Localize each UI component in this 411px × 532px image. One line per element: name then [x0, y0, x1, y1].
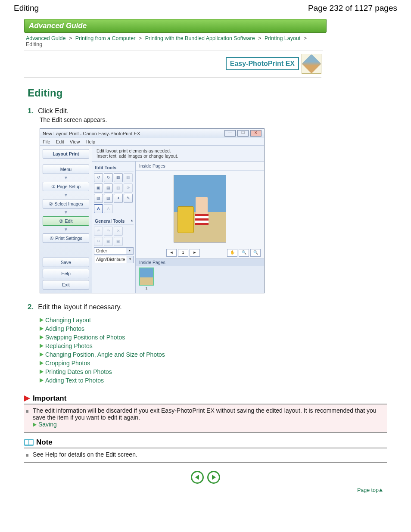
redo-icon[interactable]: ↷ [104, 227, 113, 236]
tool-icon[interactable]: ▦ [124, 173, 133, 182]
tool-icon[interactable]: ✎ [124, 194, 133, 203]
edit-tools-header: Edit Tools [95, 165, 116, 170]
thumbnail-tray-header: Inside Pages [136, 259, 264, 266]
tool-icon[interactable]: A [104, 204, 113, 213]
breadcrumb-printing-layout[interactable]: Printing Layout [265, 35, 300, 41]
page-indicator: Page 232 of 1127 pages [308, 3, 397, 13]
prev-page-button[interactable]: ◄ [166, 249, 177, 257]
brand-logo-icon [302, 54, 321, 74]
link-saving[interactable]: Saving [38, 421, 57, 428]
tool-icon[interactable]: ↺ [94, 173, 103, 182]
tool-icon[interactable]: ▣ [94, 184, 103, 193]
brand-label: Easy-PhotoPrint EX [226, 57, 299, 70]
tool-icon[interactable]: ▧ [94, 194, 103, 203]
mode-button[interactable]: Layout Print [43, 149, 89, 159]
breadcrumb-bundled-app-software[interactable]: Printing with the Bundled Application So… [145, 35, 255, 41]
square-bullet-icon [26, 454, 28, 457]
breadcrumb-advanced-guide[interactable]: Advanced Guide [26, 35, 65, 41]
breadcrumb: Advanced Guide > Printing from a Compute… [24, 33, 323, 50]
menu-button[interactable]: Menu [43, 165, 89, 174]
undo-icon[interactable]: ↶ [94, 227, 103, 236]
page-number: 1 [178, 249, 188, 257]
arrow-bullet-icon [40, 370, 44, 374]
app-menubar: File Edit View Help [40, 138, 264, 146]
tool-icon[interactable]: ✂ [94, 237, 103, 246]
close-button[interactable]: ✕ [250, 130, 262, 137]
note-marker-icon [24, 439, 34, 446]
breadcrumb-printing-from-computer[interactable]: Printing from a Computer [75, 35, 136, 41]
guide-banner: Advanced Guide [24, 19, 327, 33]
arrow-bullet-icon [40, 335, 44, 339]
arrow-down-icon: ▼ [43, 227, 89, 232]
hand-tool-icon[interactable]: ✋ [227, 249, 237, 257]
arrow-bullet-icon [40, 361, 44, 365]
arrow-bullet-icon [40, 327, 44, 331]
next-page-nav[interactable] [207, 471, 220, 484]
maximize-button[interactable]: ☐ [237, 130, 249, 137]
collapse-icon[interactable]: ▴ [131, 218, 133, 224]
dropdown-arrow-icon[interactable]: ▾ [127, 256, 134, 263]
prev-page-nav[interactable] [191, 471, 204, 484]
step-2-heading: Edit the layout if necessary. [38, 303, 121, 311]
step-select-images-button[interactable]: ② Select Images [43, 199, 89, 208]
link-changing-position-angle-size[interactable]: Changing Position, Angle and Size of Pho… [45, 351, 165, 358]
tool-icon[interactable]: ⟳ [124, 184, 133, 193]
page-top-link[interactable]: Page top [357, 487, 383, 493]
link-cropping-photos[interactable]: Cropping Photos [45, 360, 90, 367]
link-replacing-photos[interactable]: Replacing Photos [45, 342, 93, 349]
exit-button[interactable]: Exit [43, 280, 89, 289]
general-tools-header: General Tools [95, 218, 125, 224]
next-page-button[interactable]: ► [190, 249, 200, 257]
breadcrumb-current: Editing [26, 41, 42, 47]
tool-icon[interactable]: ▣ [104, 237, 113, 246]
step-1-heading: Click Edit. [38, 107, 68, 115]
dropdown-arrow-icon[interactable]: ▾ [126, 247, 134, 255]
align-dropdown[interactable]: Align/Distribute [94, 256, 127, 263]
tool-palette: Edit Tools ↺ ↻ ▦ ▦ ▣ [92, 162, 136, 293]
tool-icon[interactable]: ▥ [114, 184, 123, 193]
page-thumbnail[interactable] [139, 268, 154, 286]
page-title: Editing [28, 87, 387, 99]
delete-icon[interactable]: ✕ [114, 227, 123, 236]
layout-photo[interactable] [174, 175, 226, 243]
menu-file[interactable]: File [43, 139, 50, 144]
tool-icon[interactable]: ▨ [104, 194, 113, 203]
step-1-subtext: The Edit screen appears. [40, 116, 387, 123]
step-edit-button[interactable]: ③ Edit [43, 216, 89, 226]
canvas-area[interactable] [136, 171, 264, 247]
note-text: See Help for details on the Edit screen. [33, 451, 137, 458]
arrow-bullet-icon [40, 344, 44, 348]
link-adding-text[interactable]: Adding Text to Photos [45, 377, 104, 384]
up-caret-icon [379, 488, 383, 492]
tool-icon[interactable]: ↻ [104, 173, 113, 182]
help-button[interactable]: Help [43, 269, 89, 278]
app-title: New Layout Print - Canon Easy-PhotoPrint… [43, 131, 140, 136]
tool-icon[interactable]: ▣ [114, 237, 123, 246]
thumbnail-label: 1 [139, 286, 154, 290]
link-changing-layout[interactable]: Changing Layout [45, 317, 91, 324]
link-adding-photos[interactable]: Adding Photos [45, 325, 84, 332]
step-print-settings-button[interactable]: ④ Print Settings [43, 233, 89, 243]
important-header: Important [33, 394, 66, 403]
tool-icon[interactable]: ▦ [114, 173, 123, 182]
menu-view[interactable]: View [70, 139, 80, 144]
edit-links-list: Changing Layout Adding Photos Swapping P… [40, 316, 387, 385]
arrow-down-icon: ▼ [43, 210, 89, 215]
link-printing-dates[interactable]: Printing Dates on Photos [45, 368, 112, 375]
zoom-in-icon[interactable]: 🔍 [239, 249, 249, 257]
order-dropdown[interactable]: Order [94, 247, 126, 255]
menu-edit[interactable]: Edit [56, 139, 64, 144]
important-marker-icon [24, 395, 30, 401]
left-panel: Layout Print Menu ▼ ① Page Setup ▼ ② Sel… [40, 146, 92, 293]
step-page-setup-button[interactable]: ① Page Setup [43, 182, 89, 191]
app-window: New Layout Print - Canon Easy-PhotoPrint… [40, 128, 265, 293]
menu-help[interactable]: Help [86, 139, 96, 144]
zoom-out-icon[interactable]: 🔍 [250, 249, 261, 257]
tool-icon[interactable]: ✦ [114, 194, 123, 203]
tool-icon[interactable]: ▤ [104, 184, 113, 193]
text-tool-icon[interactable]: A [94, 204, 103, 213]
minimize-button[interactable]: — [224, 130, 236, 137]
save-button[interactable]: Save [43, 258, 89, 267]
link-swapping-positions[interactable]: Swapping Positions of Photos [45, 334, 125, 341]
arrow-down-icon: ▼ [43, 176, 89, 180]
